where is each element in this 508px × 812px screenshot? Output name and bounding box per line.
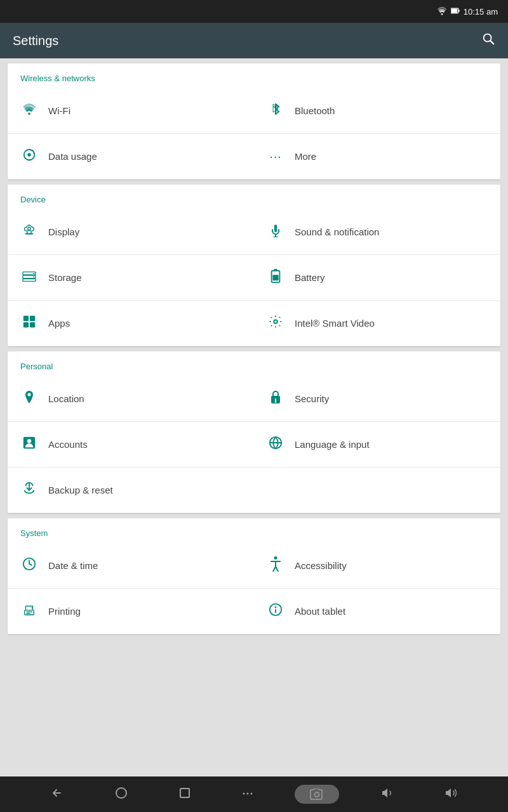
- backup-icon: [20, 481, 38, 499]
- svg-rect-23: [30, 322, 35, 327]
- settings-item-printing[interactable]: Printing: [8, 589, 254, 634]
- data-usage-icon: [20, 148, 38, 166]
- svg-point-43: [243, 792, 244, 794]
- apps-icon: [20, 315, 38, 332]
- battery-icon: [267, 269, 284, 287]
- security-icon: [267, 390, 284, 408]
- system-section: System Date & time Acces: [8, 518, 500, 634]
- svg-rect-18: [274, 269, 277, 271]
- svg-point-46: [314, 792, 319, 797]
- bluetooth-label: Bluetooth: [295, 105, 335, 116]
- settings-item-about[interactable]: About tablet: [254, 589, 500, 634]
- sound-label: Sound & notification: [295, 226, 379, 237]
- status-bar: 10:15 am: [0, 0, 508, 23]
- volume-up-button[interactable]: [434, 782, 467, 808]
- svg-point-44: [246, 792, 248, 794]
- sound-icon: [267, 223, 284, 241]
- svg-point-6: [28, 112, 30, 115]
- settings-content: Wireless & networks Wi-Fi: [0, 58, 508, 776]
- settings-item-storage[interactable]: Storage: [8, 255, 254, 301]
- wireless-networks-section: Wireless & networks Wi-Fi: [8, 63, 500, 180]
- status-time: 10:15 am: [464, 7, 498, 16]
- wifi-icon: [20, 103, 38, 119]
- svg-rect-2: [451, 8, 457, 12]
- storage-label: Storage: [48, 272, 82, 283]
- display-label: Display: [48, 226, 79, 237]
- svg-point-9: [28, 226, 31, 230]
- svg-point-15: [33, 273, 34, 274]
- wifi-label: Wi-Fi: [48, 105, 70, 116]
- svg-point-16: [33, 276, 34, 277]
- language-label: Language & input: [295, 439, 370, 450]
- settings-item-data-usage[interactable]: Data usage: [8, 134, 254, 180]
- svg-rect-22: [30, 315, 35, 320]
- settings-item-apps[interactable]: Apps: [8, 301, 254, 346]
- svg-rect-35: [26, 611, 32, 612]
- wireless-networks-header: Wireless & networks: [8, 63, 500, 88]
- settings-item-battery[interactable]: Battery: [254, 255, 500, 301]
- display-icon: [20, 223, 38, 241]
- settings-item-backup[interactable]: Backup & reset: [8, 468, 500, 513]
- svg-point-41: [116, 788, 126, 798]
- bluetooth-icon: [267, 102, 284, 120]
- nav-bar: [0, 776, 508, 812]
- system-header: System: [8, 518, 500, 543]
- clock-icon: [20, 557, 38, 575]
- svg-point-25: [28, 393, 31, 396]
- storage-icon: [20, 270, 38, 286]
- settings-item-more[interactable]: ··· More: [254, 134, 500, 180]
- svg-rect-14: [23, 278, 36, 281]
- svg-rect-21: [23, 322, 29, 327]
- recents-button[interactable]: [169, 782, 201, 807]
- accounts-label: Accounts: [48, 439, 88, 450]
- system-grid: Date & time Accessibility: [8, 543, 500, 634]
- settings-item-wifi[interactable]: Wi-Fi: [8, 88, 254, 134]
- settings-item-accounts[interactable]: Accounts: [8, 422, 254, 468]
- back-button[interactable]: [41, 782, 74, 808]
- svg-rect-20: [23, 315, 29, 320]
- svg-point-30: [27, 439, 31, 443]
- home-button[interactable]: [105, 782, 138, 808]
- location-icon: [20, 390, 38, 408]
- settings-item-language[interactable]: Language & input: [254, 422, 500, 468]
- settings-item-bluetooth[interactable]: Bluetooth: [254, 88, 500, 134]
- settings-item-display[interactable]: Display: [8, 209, 254, 255]
- wifi-status-icon: [437, 6, 447, 17]
- personal-section: Personal Location: [8, 351, 500, 513]
- personal-header: Personal: [8, 351, 500, 376]
- svg-point-45: [250, 792, 252, 794]
- svg-rect-34: [25, 610, 34, 614]
- settings-item-intel-smart-video[interactable]: Intel® Smart Video: [254, 301, 500, 346]
- svg-point-8: [28, 154, 30, 156]
- status-icons: 10:15 am: [437, 6, 498, 17]
- more-label: More: [295, 151, 316, 162]
- printing-icon: [20, 603, 38, 620]
- device-section: Device Display: [8, 185, 500, 346]
- backup-label: Backup & reset: [48, 485, 113, 495]
- accessibility-icon: [267, 556, 284, 575]
- data-usage-label: Data usage: [48, 151, 97, 162]
- settings-item-accessibility[interactable]: Accessibility: [254, 543, 500, 589]
- page-title: Settings: [13, 34, 58, 48]
- svg-rect-19: [272, 275, 278, 280]
- apps-label: Apps: [48, 318, 70, 329]
- svg-point-0: [441, 13, 443, 15]
- info-icon: [267, 603, 284, 620]
- settings-item-datetime[interactable]: Date & time: [8, 543, 254, 589]
- personal-grid: Location Security: [8, 376, 500, 513]
- settings-item-security[interactable]: Security: [254, 376, 500, 422]
- battery-label: Battery: [295, 272, 325, 283]
- menu-button[interactable]: [232, 782, 264, 807]
- search-button[interactable]: [481, 32, 495, 49]
- camera-pill[interactable]: [295, 785, 339, 804]
- location-label: Location: [48, 393, 84, 404]
- settings-item-location[interactable]: Location: [8, 376, 254, 422]
- device-grid: Display Sound & notification: [8, 209, 500, 346]
- svg-line-5: [490, 41, 493, 44]
- settings-item-sound[interactable]: Sound & notification: [254, 209, 500, 255]
- printing-label: Printing: [48, 606, 81, 617]
- accessibility-label: Accessibility: [295, 560, 347, 571]
- svg-point-24: [274, 320, 277, 324]
- volume-down-button[interactable]: [370, 782, 403, 808]
- svg-rect-37: [32, 607, 33, 608]
